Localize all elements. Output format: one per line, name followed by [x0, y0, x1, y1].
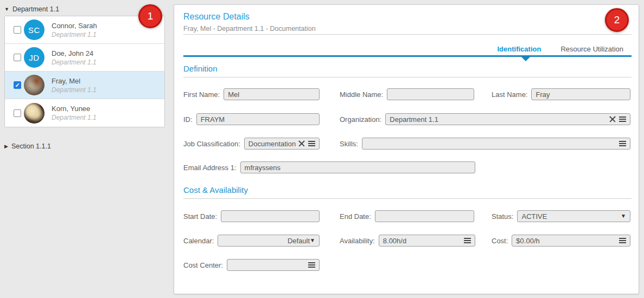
person-name: Fray, Mel [52, 76, 97, 86]
chevron-down-icon[interactable]: ▼ [621, 213, 626, 219]
field-label: ID: [183, 115, 193, 124]
avatar-initials: SC [24, 20, 44, 40]
field-label: Cost Center: [183, 261, 223, 269]
field-value: $0.00/h [516, 237, 539, 245]
annotation-badge-2: 2 [605, 8, 629, 32]
avatar-initials: JD [24, 47, 44, 68]
first-name-input[interactable]: Mel [224, 88, 320, 100]
chevron-down-icon[interactable]: ▼ [310, 238, 315, 243]
field-label: Start Date: [183, 212, 217, 221]
field-label: Status: [492, 212, 513, 221]
tab-bar: Identification Resource Utilization [498, 45, 624, 53]
clear-icon[interactable] [609, 116, 616, 122]
section-title-definition: Definition [183, 64, 218, 73]
field-group-last-name: Last Name: Fray [492, 88, 630, 100]
list-picker-icon[interactable] [464, 238, 471, 243]
field-label: End Date: [340, 212, 371, 221]
field-label: Calendar: [183, 237, 214, 245]
field-group-start-date: Start Date: [183, 210, 320, 222]
field-label: Skills: [340, 140, 358, 148]
check-icon: ✓ [15, 82, 20, 88]
wolf-photo-avatar [24, 75, 44, 95]
field-group-calendar: Calendar: Default ▼ [183, 235, 320, 247]
calendar-select[interactable]: Default ▼ [218, 235, 320, 247]
field-value: Mel [228, 90, 239, 99]
field-value: Documentation [248, 140, 296, 148]
field-value: ACTIVE [521, 212, 547, 221]
field-label: Job Classification: [183, 140, 240, 148]
field-group-status: Status: ACTIVE ▼ [492, 210, 630, 222]
tree-node-section[interactable]: ▶ Section 1.1.1 [4, 142, 51, 150]
end-date-input[interactable] [375, 210, 474, 222]
field-group-id: ID: FRAYM [183, 113, 320, 125]
field-value: Department 1.1 [390, 115, 438, 124]
annotation-badge-1: 1 [138, 4, 162, 28]
list-item-fray-mel-selected[interactable]: ✓ Fray, Mel Department 1.1 [5, 72, 164, 99]
list-picker-icon[interactable] [308, 141, 315, 146]
field-group-availability: Availability: 8.00h/d [340, 235, 475, 247]
checkbox-unchecked[interactable] [14, 109, 21, 117]
field-value: 8.00h/d [383, 237, 406, 245]
field-value: Default [288, 237, 310, 245]
avatar-initials-text: JD [29, 53, 39, 62]
active-tab-underline [183, 55, 632, 57]
field-group-email-1: Email Address 1: mfrayssens [183, 161, 475, 173]
id-input[interactable]: FRAYM [196, 113, 320, 125]
list-picker-icon[interactable] [308, 262, 315, 268]
field-label: First Name: [183, 90, 220, 99]
skills-picker[interactable] [362, 138, 630, 150]
email-1-input[interactable]: mfrayssens [240, 161, 475, 173]
clear-icon[interactable] [298, 140, 305, 147]
checkbox-checked[interactable]: ✓ [14, 81, 21, 89]
section-divider [183, 198, 632, 199]
chevron-down-icon[interactable]: ▼ [4, 7, 9, 12]
checkbox-unchecked[interactable] [14, 26, 21, 34]
field-label: Cost: [492, 237, 508, 245]
person-name: Connor, Sarah [52, 21, 97, 30]
field-group-job-classification: Job Classification: Documentation [183, 138, 320, 150]
checkbox-unchecked[interactable] [14, 54, 21, 61]
section-title-cost-availability: Cost & Availability [183, 185, 248, 195]
breadcrumb: Fray, Mel - Department 1.1 - Documentati… [183, 25, 316, 33]
avatar-initials-text: SC [28, 25, 40, 35]
last-name-input[interactable]: Fray [531, 88, 630, 100]
list-picker-icon[interactable] [619, 238, 626, 243]
field-label: Last Name: [492, 90, 527, 99]
header-divider [183, 34, 632, 35]
page-title: Resource Details [183, 12, 250, 22]
middle-name-input[interactable] [387, 88, 474, 100]
field-group-cost: Cost: $0.00/h [492, 235, 630, 247]
field-group-organization: Organization: Department 1.1 [340, 113, 630, 125]
chevron-right-icon[interactable]: ▶ [4, 144, 8, 149]
person-text: Doe, John 24 Department 1.1 [52, 49, 97, 67]
field-value: mfrayssens [245, 164, 280, 172]
tab-identification[interactable]: Identification [498, 45, 541, 53]
tab-resource-utilization[interactable]: Resource Utilization [560, 45, 623, 53]
person-department: Department 1.1 [52, 86, 97, 94]
organization-picker[interactable]: Department 1.1 [385, 113, 630, 125]
tree-node-label: Section 1.1.1 [11, 142, 51, 150]
tree-node-department[interactable]: ▼ Department 1.1 [4, 5, 59, 13]
field-label: Email Address 1: [183, 164, 237, 172]
list-picker-icon[interactable] [619, 141, 626, 146]
active-tab-pointer [521, 57, 530, 61]
list-item-korn-yunee[interactable]: Korn, Yunee Department 1.1 [5, 99, 164, 127]
cost-center-picker[interactable] [227, 259, 320, 271]
cost-input[interactable]: $0.00/h [512, 235, 630, 247]
list-item-doe-john[interactable]: JD Doe, John 24 Department 1.1 [5, 44, 164, 72]
status-select[interactable]: ACTIVE ▼ [517, 210, 630, 222]
availability-input[interactable]: 8.00h/d [379, 235, 475, 247]
person-name: Korn, Yunee [52, 104, 97, 113]
person-department: Department 1.1 [52, 113, 97, 122]
start-date-input[interactable] [221, 210, 320, 222]
field-group-middle-name: Middle Name: [340, 88, 474, 100]
field-group-skills: Skills: [340, 138, 630, 150]
field-value: FRAYM [201, 115, 225, 124]
person-department: Department 1.1 [52, 30, 97, 39]
person-department: Department 1.1 [52, 58, 97, 67]
list-picker-icon[interactable] [619, 116, 626, 122]
resource-details-panel: Resource Details Fray, Mel - Department … [174, 4, 639, 294]
tree-node-label: Department 1.1 [12, 5, 59, 13]
job-classification-picker[interactable]: Documentation [244, 138, 320, 150]
popcorn-photo-avatar [24, 103, 44, 124]
